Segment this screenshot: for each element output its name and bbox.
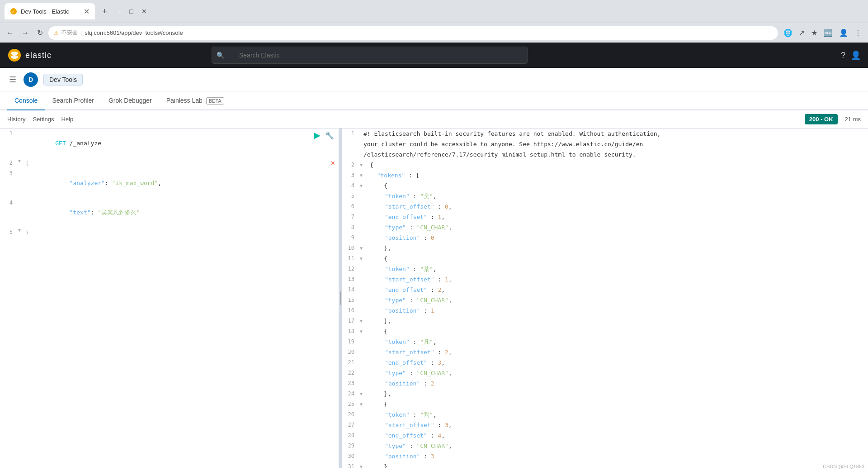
search-input[interactable] <box>228 52 522 59</box>
line-content-1: GET /_analyze <box>18 129 339 157</box>
elastic-search-bar[interactable]: 🔍 <box>212 47 528 64</box>
help-icon[interactable]: ? <box>841 51 845 60</box>
line-number-3: 3 <box>0 169 18 178</box>
result-content-4: { <box>366 181 868 190</box>
browser-action-icons: 🌐 ➚ ★ 🆕 👤 ⋮ <box>781 27 864 39</box>
result-collapse-11[interactable]: ▼ <box>360 254 365 263</box>
close-button[interactable]: ✕ <box>138 6 151 17</box>
line-number-1: 1 <box>0 129 18 138</box>
result-collapse-10[interactable]: ▼ <box>360 243 365 253</box>
user-icon[interactable]: 👤 <box>851 50 861 60</box>
result-line-24: 24 ▼ }, <box>342 389 868 399</box>
result-line-29: 29 "type" : "CN_CHAR", <box>342 441 868 451</box>
close-block-button[interactable]: ✕ <box>330 158 335 167</box>
tab-search-profiler[interactable]: Search Profiler <box>45 91 101 110</box>
back-button[interactable]: ← <box>4 27 16 39</box>
result-line-25: 25 ▼ { <box>342 399 868 409</box>
code-editor[interactable]: 1 GET /_analyze ▶ 🔧 2 ▼ { ✕ <box>0 128 339 468</box>
result-collapse-2[interactable]: ▼ <box>360 160 365 170</box>
result-content-c3: /elasticsearch/reference/7.17/security-m… <box>360 150 868 159</box>
result-line-30: 30 "position" : 3 <box>342 451 868 461</box>
watermark: CSDN @SLQ1893 <box>823 464 864 468</box>
line-content-3: "analyzer": "ik_max_word", <box>18 169 339 197</box>
sub-toolbar: History Settings Help 200 - OK 21 ms <box>0 110 868 128</box>
editor-line-1: 1 GET /_analyze ▶ 🔧 <box>0 128 339 158</box>
address-bar-row: ← → ↻ ⚠ 不安全 | slq.com:5601/app/dev_tools… <box>0 23 868 43</box>
address-bar[interactable]: ⚠ 不安全 | slq.com:5601/app/dev_tools#/cons… <box>48 26 778 40</box>
result-line-7: 7 "end_offset" : 1, <box>342 212 868 222</box>
result-line-21: 21 "end_offset" : 3, <box>342 357 868 368</box>
result-line-6: 6 "start_offset" : 0, <box>342 201 868 212</box>
beta-badge: BETA <box>206 97 224 105</box>
minimize-button[interactable]: – <box>114 6 125 17</box>
header-actions: ? 👤 <box>841 50 861 60</box>
line-number-2: 2 <box>0 158 18 168</box>
result-line-comment-3: /elasticsearch/reference/7.17/security-m… <box>342 149 868 160</box>
help-link[interactable]: Help <box>61 116 73 123</box>
result-content-1: #! Elasticsearch built-in security featu… <box>360 129 868 138</box>
editor-panel: 1 GET /_analyze ▶ 🔧 2 ▼ { ✕ <box>0 128 339 468</box>
warning-text: 不安全 <box>61 29 78 37</box>
url-text: slq.com:5601/app/dev_tools#/console <box>85 29 183 36</box>
result-line-10: 10 ▼ }, <box>342 243 868 253</box>
result-collapse-4[interactable]: ▼ <box>360 181 365 190</box>
result-line-18: 18 ▼ { <box>342 326 868 337</box>
result-line-19: 19 "token" : "凡", <box>342 337 868 347</box>
wrench-button[interactable]: 🔧 <box>324 130 335 141</box>
app-toolbar: ☰ D Dev Tools <box>0 68 868 91</box>
collapse-arrow-5[interactable]: ▼ <box>18 228 24 233</box>
forward-button[interactable]: → <box>19 27 32 39</box>
result-line-num-4: 4 <box>342 181 360 190</box>
result-line-13: 13 "start_offset" : 1, <box>342 274 868 285</box>
new-tab-button[interactable]: + <box>99 5 111 18</box>
maximize-button[interactable]: □ <box>126 6 137 17</box>
collapse-arrow-2[interactable]: ▼ <box>18 158 24 163</box>
result-line-comment-2: your cluster could be accessible to anyo… <box>342 139 868 149</box>
extensions-button[interactable]: 🆕 <box>821 27 835 39</box>
search-input-wrapper[interactable]: 🔍 <box>212 47 528 64</box>
result-line-12: 12 "token" : "某", <box>342 264 868 274</box>
run-button[interactable]: ▶ <box>313 129 321 141</box>
result-line-4: 4 ▼ { <box>342 181 868 191</box>
window-controls: – □ ✕ <box>114 6 151 17</box>
search-icon: 🔍 <box>217 52 224 59</box>
tab-grok-debugger[interactable]: Grok Debugger <box>101 91 159 110</box>
wrench-icon: 🔧 <box>325 132 334 139</box>
tab-title: Dev Tools - Elastic <box>21 8 80 15</box>
security-warning: ⚠ <box>54 30 59 36</box>
translate-button[interactable]: 🌐 <box>781 27 795 39</box>
result-line-5: 5 "token" : "吴", <box>342 191 868 201</box>
editor-line-4: 4 "text": "吴某凡到多久" <box>0 198 339 227</box>
hamburger-button[interactable]: ☰ <box>7 73 18 86</box>
result-collapse-3[interactable]: ▼ <box>360 171 365 180</box>
elastic-logo[interactable]: elastic <box>7 48 52 62</box>
result-line-17: 17 ▼ }, <box>342 316 868 326</box>
main-area: 1 GET /_analyze ▶ 🔧 2 ▼ { ✕ <box>0 128 868 468</box>
reload-button[interactable]: ↻ <box>34 27 46 39</box>
browser-tab[interactable]: e Dev Tools - Elastic ✕ <box>5 3 95 19</box>
elastic-logo-text: elastic <box>25 51 52 60</box>
history-link[interactable]: History <box>7 116 25 123</box>
settings-link[interactable]: Settings <box>33 116 54 123</box>
bookmark-button[interactable]: ★ <box>808 27 820 39</box>
profile-button[interactable]: 👤 <box>836 27 851 39</box>
run-icon: ▶ <box>314 131 321 140</box>
line-number-5: 5 <box>0 228 18 237</box>
svg-point-3 <box>11 52 18 55</box>
line-content-5: } <box>24 228 339 237</box>
result-line-8: 8 "type" : "CN_CHAR", <box>342 222 868 233</box>
time-badge: 21 ms <box>845 116 861 123</box>
line-1-actions: ▶ 🔧 <box>310 128 339 142</box>
result-line-31: 31 ▼ }, <box>342 461 868 468</box>
result-content-c2: your cluster could be accessible to anyo… <box>360 139 868 149</box>
close-tab-button[interactable]: ✕ <box>84 7 90 16</box>
breadcrumb-item-devtools[interactable]: Dev Tools <box>43 74 83 86</box>
editor-line-2: 2 ▼ { ✕ <box>0 158 339 168</box>
tab-console[interactable]: Console <box>7 91 45 110</box>
result-panel[interactable]: 1 #! Elasticsearch built-in security fea… <box>342 128 868 468</box>
tab-painless-lab[interactable]: Painless Lab BETA <box>159 91 231 110</box>
result-line-num-2: 2 <box>342 160 360 170</box>
menu-button[interactable]: ⋮ <box>852 27 864 39</box>
share-button[interactable]: ➚ <box>796 27 807 39</box>
elastic-header: elastic 🔍 ? 👤 <box>0 43 868 68</box>
